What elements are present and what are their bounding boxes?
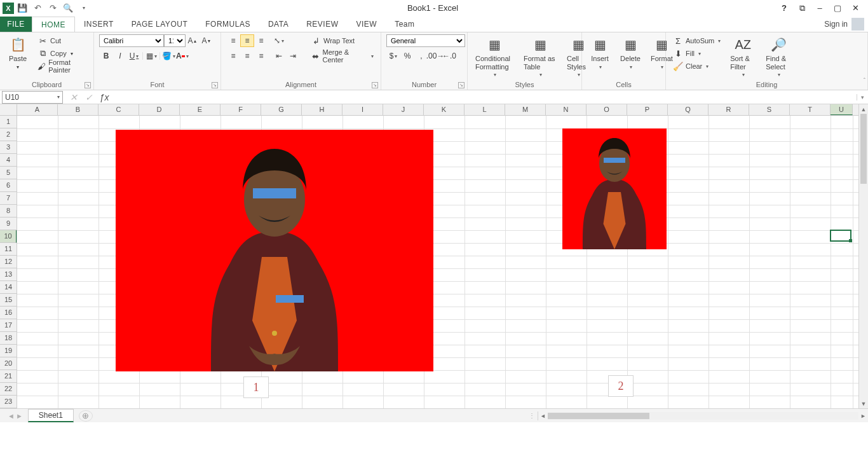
conditional-formatting-button[interactable]: ▦Conditional Formatting	[473, 34, 516, 79]
fill-color-button[interactable]: 🪣	[161, 50, 175, 62]
qat-undo[interactable]: ↶	[31, 1, 44, 15]
qat-redo[interactable]: ↷	[46, 1, 60, 15]
row-header-22[interactable]: 22	[0, 383, 17, 396]
window-close[interactable]: ✕	[846, 2, 864, 15]
col-header-O[interactable]: O	[587, 104, 627, 115]
shrink-font-button[interactable]: A▼	[200, 34, 214, 47]
new-sheet-button[interactable]: ⊕	[79, 410, 93, 422]
row-header-13[interactable]: 13	[0, 268, 17, 281]
col-header-G[interactable]: G	[261, 104, 302, 115]
merge-center-button[interactable]: ⬌Merge & Center	[309, 50, 376, 62]
tab-page-layout[interactable]: PAGE LAYOUT	[123, 17, 196, 32]
sheet-nav-prev[interactable]: ◄	[8, 412, 15, 420]
tab-home[interactable]: HOME	[32, 17, 75, 32]
insert-cells-button[interactable]: ▦Insert	[587, 34, 613, 71]
col-header-E[interactable]: E	[180, 104, 220, 115]
accounting-format-button[interactable]: $	[386, 50, 400, 62]
enter-formula-button[interactable]: ✓	[82, 92, 96, 102]
row-header-11[interactable]: 11	[0, 243, 17, 256]
collapse-ribbon-button[interactable]: ˆ	[864, 78, 865, 85]
percent-format-button[interactable]: %	[400, 50, 414, 62]
tab-review[interactable]: REVIEW	[297, 17, 347, 32]
col-header-H[interactable]: H	[302, 104, 342, 115]
bold-button[interactable]: B	[99, 50, 113, 62]
formula-bar-input[interactable]	[115, 91, 857, 104]
sheet-tab-1[interactable]: Sheet1	[28, 409, 74, 422]
col-header-N[interactable]: N	[546, 104, 587, 115]
window-minimize[interactable]: –	[811, 2, 829, 15]
tab-data[interactable]: DATA	[259, 17, 297, 32]
cancel-formula-button[interactable]: ✕	[67, 92, 81, 102]
clipboard-dialog-launcher[interactable]: ↘	[85, 82, 91, 88]
italic-button[interactable]: I	[113, 50, 127, 62]
row-header-1[interactable]: 1	[0, 116, 17, 128]
font-dialog-launcher[interactable]: ↘	[212, 82, 218, 88]
increase-decimal-button[interactable]: .00→	[428, 50, 442, 62]
vertical-scrollbar[interactable]: ▲▼	[858, 104, 868, 408]
col-header-R[interactable]: R	[709, 104, 749, 115]
sheet-nav-next[interactable]: ►	[16, 412, 23, 420]
find-select-button[interactable]: 🔎Find & Select	[763, 34, 794, 79]
window-maximize[interactable]: ▢	[829, 2, 846, 15]
row-header-18[interactable]: 18	[0, 332, 17, 345]
row-header-3[interactable]: 3	[0, 141, 17, 154]
col-header-J[interactable]: J	[383, 104, 424, 115]
format-as-table-button[interactable]: ▦Format as Table	[521, 34, 559, 79]
grow-font-button[interactable]: A▲	[186, 34, 200, 47]
clear-button[interactable]: 🧹Clear	[671, 60, 722, 73]
row-header-19[interactable]: 19	[0, 345, 17, 357]
column-headers[interactable]: ABCDEFGHIJKLMNOPQRSTU	[17, 104, 858, 116]
name-box[interactable]: U10▾	[2, 91, 63, 104]
active-cell[interactable]	[830, 230, 851, 242]
align-right-button[interactable]: ≡	[254, 50, 268, 62]
user-avatar-icon[interactable]	[851, 18, 864, 31]
row-header-7[interactable]: 7	[0, 192, 17, 205]
align-bottom-button[interactable]: ≡	[254, 34, 268, 47]
sign-in-link[interactable]: Sign in	[824, 20, 848, 29]
row-header-12[interactable]: 12	[0, 256, 17, 268]
qat-print-preview[interactable]: 🔍	[61, 1, 75, 15]
align-middle-button[interactable]: ≡	[240, 34, 254, 47]
row-header-8[interactable]: 8	[0, 205, 17, 218]
col-header-T[interactable]: T	[790, 104, 831, 115]
qat-save[interactable]: 💾	[15, 1, 29, 15]
underline-button[interactable]: U	[127, 50, 141, 62]
paste-button[interactable]: 📋 Paste▾	[5, 34, 31, 71]
font-size-select[interactable]: 11	[164, 34, 186, 47]
col-header-I[interactable]: I	[342, 104, 383, 115]
row-header-20[interactable]: 20	[0, 357, 17, 370]
row-header-5[interactable]: 5	[0, 167, 17, 179]
row-header-2[interactable]: 2	[0, 128, 17, 141]
number-format-select[interactable]: General	[386, 34, 465, 47]
decrease-decimal-button[interactable]: ←.0	[442, 50, 456, 62]
cell-grid[interactable]: 12	[17, 116, 858, 408]
align-left-button[interactable]: ≡	[226, 50, 240, 62]
row-header-6[interactable]: 6	[0, 179, 17, 192]
sort-filter-button[interactable]: AZSort & Filter	[728, 34, 758, 79]
ribbon-display-options[interactable]: ⧉	[793, 2, 811, 15]
tab-view[interactable]: VIEW	[347, 17, 386, 32]
row-header-21[interactable]: 21	[0, 370, 17, 383]
select-all-corner[interactable]	[0, 104, 17, 116]
row-header-4[interactable]: 4	[0, 154, 17, 167]
row-header-14[interactable]: 14	[0, 281, 17, 294]
expand-formula-bar[interactable]: ▾	[857, 94, 868, 100]
embedded-picture-1[interactable]	[116, 130, 433, 371]
orientation-button[interactable]: ⤡	[272, 34, 286, 47]
row-header-10[interactable]: 10	[0, 230, 17, 243]
border-button[interactable]: ▦	[144, 50, 158, 62]
row-header-23[interactable]: 23	[0, 396, 17, 408]
font-name-select[interactable]: Calibri	[99, 34, 164, 47]
embedded-picture-2[interactable]	[562, 128, 667, 249]
align-center-button[interactable]: ≡	[240, 50, 254, 62]
row-header-16[interactable]: 16	[0, 307, 17, 319]
horizontal-scrollbar[interactable]: ◄►	[538, 411, 868, 420]
format-painter-button[interactable]: 🖌Format Painter	[36, 60, 88, 73]
indent-decrease-button[interactable]: ⇤	[272, 50, 286, 62]
cut-button[interactable]: ✂Cut	[36, 34, 88, 47]
wrap-text-button[interactable]: ↲Wrap Text	[309, 34, 376, 47]
tab-formulas[interactable]: FORMULAS	[196, 17, 259, 32]
insert-function-button[interactable]: ƒx	[97, 92, 111, 102]
number-dialog-launcher[interactable]: ↘	[458, 82, 465, 88]
autosum-button[interactable]: ΣAutoSum	[671, 34, 722, 47]
